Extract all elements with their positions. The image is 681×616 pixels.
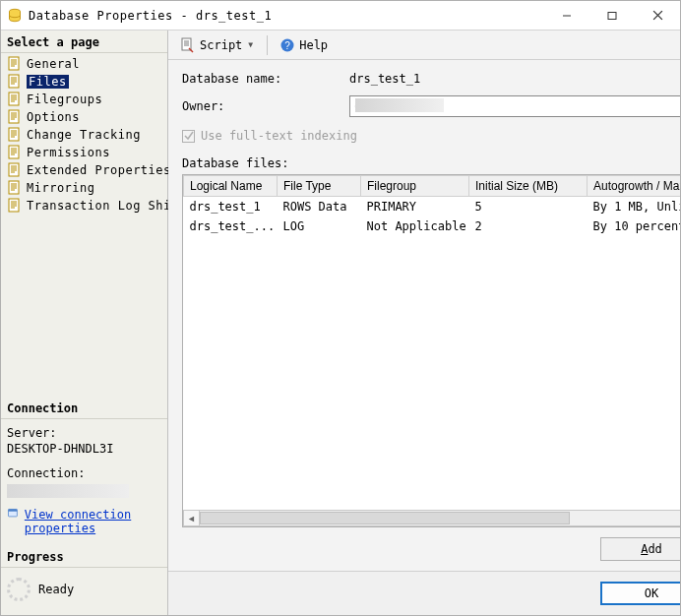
col-initial-size[interactable]: Initial Size (MB) <box>469 176 588 197</box>
cell-file-type: LOG <box>278 216 361 236</box>
page-icon <box>7 74 23 90</box>
cell-autogrowth: By 10 percent, Limited <box>588 216 682 236</box>
page-list: General Files Filegroups Options Change … <box>1 53 167 216</box>
page-mirroring[interactable]: Mirroring <box>1 179 167 197</box>
database-name-value: drs_test_1 <box>349 70 681 88</box>
page-icon <box>7 109 23 125</box>
server-value: DESKTOP-DHNDL3I <box>7 441 161 458</box>
right-panel: Script ▼ ? Help Database name: drs_test_… <box>168 31 681 615</box>
chevron-down-icon: ▼ <box>246 40 255 49</box>
page-files[interactable]: Files <box>1 73 167 91</box>
cell-logical-name: drs_test_1 <box>184 197 278 217</box>
connection-info: Server: DESKTOP-DHNDL3I Connection: <box>1 419 167 504</box>
page-label: Extended Properties <box>27 163 171 177</box>
help-label: Help <box>299 38 328 52</box>
cell-logical-name: drs_test_... <box>184 216 278 236</box>
left-panel: Select a page General Files Filegroups O… <box>1 31 168 615</box>
select-page-heading: Select a page <box>1 31 167 53</box>
page-label: Mirroring <box>27 181 95 195</box>
page-general[interactable]: General <box>1 55 167 73</box>
fulltext-label: Use full-text indexing <box>201 129 357 143</box>
help-button[interactable]: ? Help <box>276 35 332 55</box>
page-icon <box>7 162 23 178</box>
page-icon <box>7 56 23 72</box>
page-icon <box>7 127 23 143</box>
cell-autogrowth: By 1 MB, Unlimited <box>588 197 682 217</box>
scroll-thumb[interactable] <box>200 512 570 524</box>
progress-spinner-icon <box>7 578 31 601</box>
toolbar-separator <box>267 35 268 55</box>
fulltext-checkbox-row: Use full-text indexing <box>182 129 681 143</box>
script-icon <box>180 37 196 53</box>
server-label: Server: <box>7 425 161 442</box>
page-icon <box>7 198 23 214</box>
cell-initial-size: 2 <box>469 216 588 236</box>
page-options[interactable]: Options <box>1 108 167 126</box>
page-change-tracking[interactable]: Change Tracking <box>1 126 167 144</box>
connection-label: Connection: <box>7 465 161 482</box>
svg-text:?: ? <box>284 40 290 51</box>
page-filegroups[interactable]: Filegroups <box>1 91 167 108</box>
table-row[interactable]: drs_test_1 ROWS Data PRIMARY 5 By 1 MB, … <box>184 197 682 217</box>
col-file-type[interactable]: File Type <box>278 176 361 197</box>
close-button[interactable] <box>635 1 680 30</box>
table-row[interactable]: drs_test_... LOG Not Applicable 2 By 10 … <box>184 216 682 236</box>
page-label: General <box>27 57 80 71</box>
dialog-footer: OK Cancel <box>168 571 681 615</box>
database-name-label: Database name: <box>182 72 349 86</box>
col-filegroup[interactable]: Filegroup <box>361 176 469 197</box>
horizontal-scrollbar[interactable]: ◄ ► <box>183 510 681 526</box>
owner-value-masked <box>355 98 444 112</box>
database-icon <box>7 8 23 24</box>
connection-heading: Connection <box>1 397 167 419</box>
database-files-label: Database files: <box>182 156 681 170</box>
page-label: Filegroups <box>27 92 102 106</box>
page-permissions[interactable]: Permissions <box>1 144 167 161</box>
fulltext-checkbox <box>182 130 195 143</box>
col-autogrowth[interactable]: Autogrowth / Maxsize <box>588 176 682 197</box>
svg-rect-12 <box>8 509 17 511</box>
help-icon: ? <box>279 37 295 53</box>
connection-properties-icon <box>7 508 19 524</box>
window-title: Database Properties - drs_test_1 <box>29 9 544 23</box>
cell-file-type: ROWS Data <box>278 197 361 217</box>
add-label: Add <box>641 542 662 556</box>
page-label: Files <box>27 75 69 89</box>
scroll-track[interactable] <box>200 510 681 526</box>
add-button[interactable]: Add <box>600 537 681 561</box>
maximize-button[interactable] <box>589 1 635 30</box>
title-bar: Database Properties - drs_test_1 <box>1 1 680 31</box>
page-label: Options <box>27 110 80 124</box>
connection-value-masked <box>7 484 129 498</box>
cell-filegroup: PRIMARY <box>361 197 469 217</box>
page-transaction-log-shipping[interactable]: Transaction Log Shipping <box>1 197 167 215</box>
database-files-grid[interactable]: Logical Name File Type Filegroup Initial… <box>182 174 681 527</box>
view-connection-properties-link[interactable]: View connection properties <box>25 508 161 535</box>
col-logical-name[interactable]: Logical Name <box>184 176 278 197</box>
script-label: Script <box>200 38 242 52</box>
script-button[interactable]: Script ▼ <box>176 35 259 55</box>
minimize-button[interactable] <box>544 1 589 30</box>
ok-label: OK <box>645 586 658 600</box>
progress-status: Ready <box>38 583 74 596</box>
svg-rect-1 <box>608 12 616 19</box>
ok-button[interactable]: OK <box>600 582 681 605</box>
owner-label: Owner: <box>182 99 349 113</box>
page-icon <box>7 92 23 107</box>
page-label: Change Tracking <box>27 128 141 142</box>
cell-initial-size: 5 <box>469 197 588 217</box>
page-icon <box>7 180 23 196</box>
page-extended-properties[interactable]: Extended Properties <box>1 161 167 179</box>
scroll-left-icon[interactable]: ◄ <box>183 510 200 526</box>
page-icon <box>7 145 23 160</box>
cell-filegroup: Not Applicable <box>361 216 469 236</box>
page-label: Permissions <box>27 146 110 159</box>
toolbar: Script ▼ ? Help <box>168 31 681 60</box>
progress-heading: Progress <box>1 545 167 568</box>
